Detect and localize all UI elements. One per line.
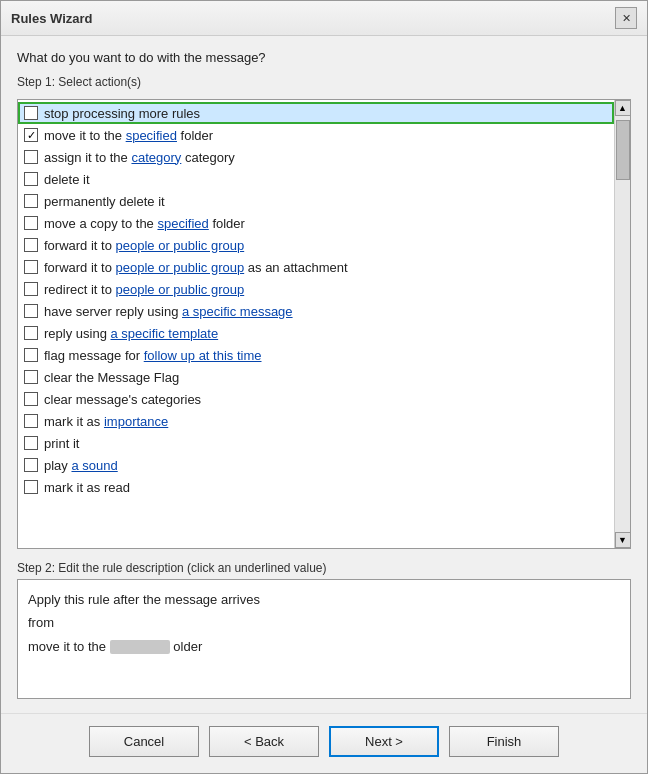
action-text: flag message for follow up at this time [44, 348, 262, 363]
action-text: clear message's categories [44, 392, 201, 407]
list-item[interactable]: play a sound [18, 454, 614, 476]
list-item[interactable]: flag message for follow up at this time [18, 344, 614, 366]
action-link[interactable]: people or public group [116, 238, 245, 253]
title-bar: Rules Wizard ✕ [1, 1, 647, 36]
action-link[interactable]: a specific template [110, 326, 218, 341]
action-checkbox[interactable] [24, 370, 38, 384]
rules-wizard-window: Rules Wizard ✕ What do you want to do wi… [0, 0, 648, 774]
list-item[interactable]: delete it [18, 168, 614, 190]
action-link[interactable]: a sound [71, 458, 117, 473]
cancel-button[interactable]: Cancel [89, 726, 199, 757]
list-item[interactable]: ✓move it to the specified folder [18, 124, 614, 146]
action-text: print it [44, 436, 79, 451]
actions-list-container: stop processing more rules✓move it to th… [17, 99, 631, 549]
list-item[interactable]: stop processing more rules [18, 102, 614, 124]
action-link[interactable]: specified [157, 216, 208, 231]
action-text: assign it to the category category [44, 150, 235, 165]
action-text: redirect it to people or public group [44, 282, 244, 297]
list-item[interactable]: clear message's categories [18, 388, 614, 410]
action-checkbox[interactable] [24, 414, 38, 428]
scroll-thumb[interactable] [616, 120, 630, 180]
action-checkbox[interactable] [24, 304, 38, 318]
action-text: have server reply using a specific messa… [44, 304, 293, 319]
window-title: Rules Wizard [11, 11, 93, 26]
list-item[interactable]: assign it to the category category [18, 146, 614, 168]
list-item[interactable]: mark it as importance [18, 410, 614, 432]
list-item[interactable]: have server reply using a specific messa… [18, 300, 614, 322]
scroll-up-button[interactable]: ▲ [615, 100, 631, 116]
actions-list[interactable]: stop processing more rules✓move it to th… [18, 100, 614, 548]
list-item[interactable]: redirect it to people or public group [18, 278, 614, 300]
step2-section: Step 2: Edit the rule description (click… [17, 561, 631, 699]
desc-line2: from [28, 611, 620, 634]
action-text: move a copy to the specified folder [44, 216, 245, 231]
action-link[interactable]: follow up at this time [144, 348, 262, 363]
scroll-track [615, 116, 630, 532]
action-checkbox[interactable] [24, 194, 38, 208]
finish-button[interactable]: Finish [449, 726, 559, 757]
step2-label: Step 2: Edit the rule description (click… [17, 561, 631, 575]
action-link[interactable]: people or public group [116, 260, 245, 275]
action-text: delete it [44, 172, 90, 187]
action-text: forward it to people or public group [44, 238, 244, 253]
close-button[interactable]: ✕ [615, 7, 637, 29]
back-button[interactable]: < Back [209, 726, 319, 757]
action-checkbox[interactable] [24, 326, 38, 340]
list-item[interactable]: print it [18, 432, 614, 454]
action-checkbox[interactable] [24, 348, 38, 362]
action-checkbox[interactable] [24, 106, 38, 120]
action-checkbox[interactable] [24, 436, 38, 450]
action-checkbox[interactable] [24, 238, 38, 252]
action-checkbox[interactable] [24, 260, 38, 274]
list-item[interactable]: reply using a specific template [18, 322, 614, 344]
scroll-down-button[interactable]: ▼ [615, 532, 631, 548]
list-item[interactable]: forward it to people or public group as … [18, 256, 614, 278]
action-link[interactable]: specified [126, 128, 177, 143]
action-text: move it to the specified folder [44, 128, 213, 143]
description-box: Apply this rule after the message arrive… [17, 579, 631, 699]
action-text: reply using a specific template [44, 326, 218, 341]
action-text: permanently delete it [44, 194, 165, 209]
action-checkbox[interactable] [24, 216, 38, 230]
button-row: Cancel < Back Next > Finish [1, 713, 647, 773]
next-button[interactable]: Next > [329, 726, 439, 757]
title-logo-area: Rules Wizard [11, 11, 93, 26]
main-content: What do you want to do with the message?… [1, 36, 647, 713]
action-checkbox[interactable] [24, 150, 38, 164]
list-item[interactable]: permanently delete it [18, 190, 614, 212]
title-bar-controls: ✕ [615, 7, 637, 29]
action-checkbox[interactable] [24, 480, 38, 494]
desc-blur-value [110, 640, 170, 654]
desc-line1: Apply this rule after the message arrive… [28, 588, 620, 611]
action-checkbox[interactable] [24, 172, 38, 186]
action-text: clear the Message Flag [44, 370, 179, 385]
action-checkbox[interactable] [24, 458, 38, 472]
scrollbar[interactable]: ▲ ▼ [614, 100, 630, 548]
action-text: play a sound [44, 458, 118, 473]
action-text: forward it to people or public group as … [44, 260, 348, 275]
list-item[interactable]: move a copy to the specified folder [18, 212, 614, 234]
action-text: mark it as read [44, 480, 130, 495]
action-link[interactable]: people or public group [116, 282, 245, 297]
list-item[interactable]: mark it as read [18, 476, 614, 498]
action-link[interactable]: a specific message [182, 304, 293, 319]
action-text: mark it as importance [44, 414, 168, 429]
action-checkbox[interactable] [24, 392, 38, 406]
step1-label: Step 1: Select action(s) [17, 75, 631, 89]
action-link[interactable]: importance [104, 414, 168, 429]
action-checkbox[interactable]: ✓ [24, 128, 38, 142]
question-text: What do you want to do with the message? [17, 50, 631, 65]
list-item[interactable]: forward it to people or public group [18, 234, 614, 256]
action-text: stop processing more rules [44, 106, 200, 121]
action-checkbox[interactable] [24, 282, 38, 296]
action-link[interactable]: category [131, 150, 181, 165]
desc-line3: move it to the older [28, 635, 620, 658]
list-item[interactable]: clear the Message Flag [18, 366, 614, 388]
